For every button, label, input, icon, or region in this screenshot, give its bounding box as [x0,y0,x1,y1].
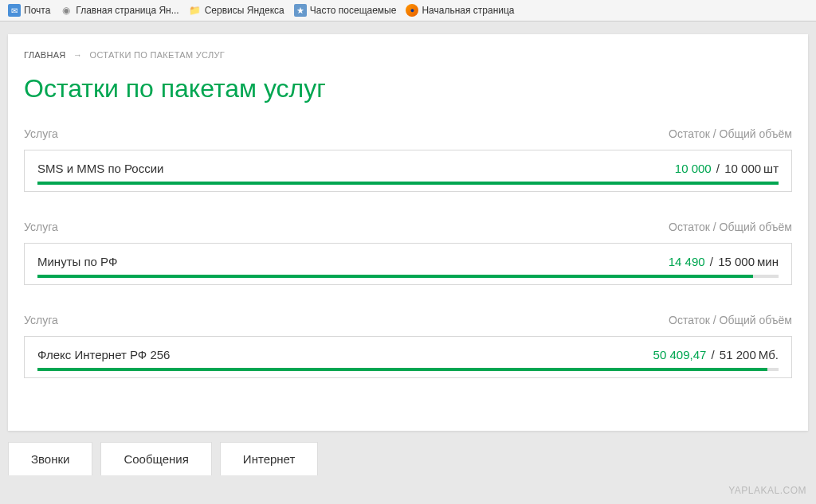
total-value: 15 000 [718,255,755,268]
remain-value: 50 409,47 [653,348,707,361]
bookmark-mail[interactable]: ✉ Почта [5,2,53,18]
separator: / [713,162,724,175]
balance-header-label: Остаток / Общий объём [669,127,792,140]
service-header-label: Услуга [24,221,58,233]
service-block: УслугаОстаток / Общий объёмФлекс Интерне… [24,314,792,378]
unit-label: шт [763,162,779,175]
watermark: YAPLAKAL.COM [728,485,806,496]
service-block: УслугаОстаток / Общий объёмМинуты по РФ1… [24,221,792,285]
separator: / [707,255,717,268]
balance-header-label: Остаток / Общий объём [669,314,792,326]
bookmark-label: Сервисы Яндекса [205,5,284,16]
progress-fill [37,368,767,371]
bookmark-label: Начальная страница [422,5,514,16]
page-title: Остатки по пакетам услуг [24,74,792,104]
service-card: Флекс Интернет РФ 25650 409,47 / 51 200М… [24,336,792,378]
firefox-icon: ● [406,4,418,17]
remain-value: 14 490 [669,255,705,268]
separator: / [708,348,718,361]
bookmark-label: Часто посещаемые [310,5,397,16]
tab-messages[interactable]: Сообщения [100,442,211,475]
mail-icon: ✉ [8,4,21,17]
service-value: 50 409,47 / 51 200Мб. [653,348,779,361]
total-value: 10 000 [724,162,761,175]
bookmark-label: Главная страница Ян... [76,5,178,16]
progress-bar [37,182,779,185]
balance-header-label: Остаток / Общий объём [669,221,792,233]
service-header-label: Услуга [24,314,58,326]
unit-label: Мб. [759,348,779,361]
bookmark-label: Почта [24,5,50,16]
progress-bar [37,275,779,278]
service-card: SMS и MMS по России10 000 / 10 000шт [24,150,792,192]
main-content: ГЛАВНАЯ → ОСТАТКИ ПО ПАКЕТАМ УСЛУГ Остат… [8,34,808,431]
tab-internet[interactable]: Интернет [220,442,318,475]
progress-fill [37,275,753,278]
service-block: УслугаОстаток / Общий объёмSMS и MMS по … [24,127,792,192]
arrow-icon: → [73,50,82,60]
tab-calls[interactable]: Звонки [8,442,92,475]
star-icon: ★ [294,4,307,17]
service-name: Флекс Интернет РФ 256 [37,348,170,361]
service-value: 10 000 / 10 000шт [675,162,779,175]
globe-icon: ◉ [60,4,73,17]
total-value: 51 200 [720,348,756,361]
progress-bar [37,368,779,371]
breadcrumb-home[interactable]: ГЛАВНАЯ [24,50,66,60]
service-value: 14 490 / 15 000мин [669,255,779,268]
service-name: SMS и MMS по России [37,162,163,175]
bookmark-yandex-home[interactable]: ◉ Главная страница Ян... [57,2,182,18]
remain-value: 10 000 [675,162,712,175]
tabs: Звонки Сообщения Интернет [8,442,808,475]
bookmark-yandex-services[interactable]: 📁 Сервисы Яндекса [186,2,288,18]
folder-icon: 📁 [189,4,202,17]
service-card: Минуты по РФ14 490 / 15 000мин [24,243,792,285]
breadcrumb-current: ОСТАТКИ ПО ПАКЕТАМ УСЛУГ [90,50,225,60]
bookmark-bar: ✉ Почта ◉ Главная страница Ян... 📁 Серви… [0,0,816,21]
breadcrumb: ГЛАВНАЯ → ОСТАТКИ ПО ПАКЕТАМ УСЛУГ [24,50,792,60]
unit-label: мин [757,255,779,268]
progress-fill [37,182,779,185]
service-header-label: Услуга [24,127,58,140]
bookmark-start[interactable]: ● Начальная страница [402,2,517,18]
bookmark-frequent[interactable]: ★ Часто посещаемые [291,2,400,18]
service-name: Минуты по РФ [37,255,117,268]
